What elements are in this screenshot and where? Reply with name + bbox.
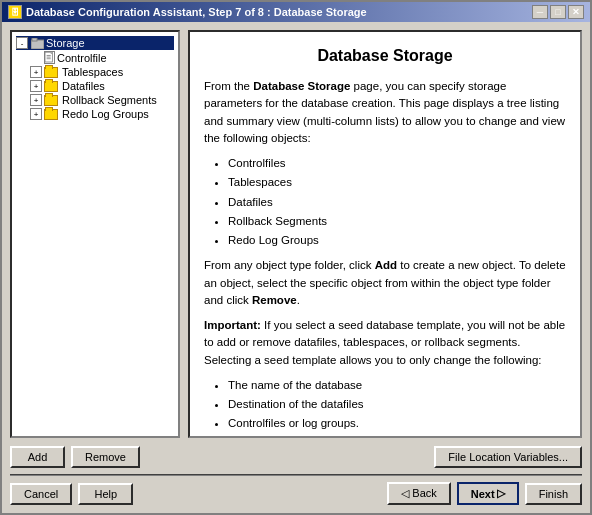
list-item: Tablespaces (228, 174, 566, 191)
tree-item-storage[interactable]: - Storage (16, 36, 174, 50)
cancel-help-buttons: Cancel Help (10, 483, 133, 505)
window-icon: 🗄 (8, 5, 22, 19)
para1-intro: From the (204, 80, 253, 92)
intro-paragraph: From the Database Storage page, you can … (204, 78, 566, 147)
file-location-button[interactable]: File Location Variables... (434, 446, 582, 468)
finish-button[interactable]: Finish (525, 483, 582, 505)
maximize-button[interactable]: □ (550, 5, 566, 19)
page-title: Database Storage (204, 44, 566, 68)
expander-rollback[interactable]: + (30, 94, 42, 106)
expander-storage[interactable]: - (16, 37, 28, 49)
redo-label: Redo Log Groups (62, 108, 149, 120)
close-button[interactable]: ✕ (568, 5, 584, 19)
file-location-area: File Location Variables... (434, 446, 582, 468)
datafiles-icon (44, 81, 58, 92)
minimize-button[interactable]: ─ (532, 5, 548, 19)
tree-item-rollback[interactable]: + Rollback Segments (16, 93, 174, 107)
help-button[interactable]: Help (78, 483, 133, 505)
content-panel: Database Storage From the Database Stora… (188, 30, 582, 438)
add-remove-buttons: Add Remove (10, 446, 140, 468)
objects-list: Controlfiles Tablespaces Datafiles Rollb… (228, 155, 566, 249)
storage-label: Storage (46, 37, 85, 49)
bottom-area: Add Remove File Location Variables... Ca… (2, 446, 590, 513)
expander-tablespaces[interactable]: + (30, 66, 42, 78)
titlebar-left: 🗄 Database Configuration Assistant, Step… (8, 5, 367, 19)
expander-redo[interactable]: + (30, 108, 42, 120)
list-item: Controlfiles (228, 155, 566, 172)
titlebar-controls[interactable]: ─ □ ✕ (532, 5, 584, 19)
para2-end: . (297, 294, 300, 306)
rollback-icon (44, 95, 58, 106)
tree-item-redo[interactable]: + Redo Log Groups (16, 107, 174, 121)
cancel-button[interactable]: Cancel (10, 483, 72, 505)
next-button[interactable]: Next ▷ (457, 482, 519, 505)
tablespaces-icon (44, 67, 58, 78)
datafiles-label: Datafiles (62, 80, 105, 92)
svg-rect-1 (32, 38, 37, 41)
important-paragraph: Important: If you select a seed database… (204, 317, 566, 369)
list-item: The name of the database (228, 377, 566, 394)
tree-item-datafiles[interactable]: + Datafiles (16, 79, 174, 93)
list-item: Redo Log Groups (228, 232, 566, 249)
para3-important: Important: (204, 319, 261, 331)
content-area: - Storage (2, 22, 590, 446)
tree-item-controlfile[interactable]: Controlfile (16, 50, 174, 65)
tablespaces-label: Tablespaces (62, 66, 123, 78)
redo-icon (44, 109, 58, 120)
divider (10, 474, 582, 476)
next-arrow-icon: ▷ (497, 487, 505, 500)
list-item: Datafiles (228, 194, 566, 211)
tree-item-tablespaces[interactable]: + Tablespaces (16, 65, 174, 79)
para2-intro: From any object type folder, click (204, 259, 375, 271)
add-button[interactable]: Add (10, 446, 65, 468)
remove-button[interactable]: Remove (71, 446, 140, 468)
list-item: Controlfiles or log groups. (228, 415, 566, 432)
storage-icon (30, 37, 44, 49)
rollback-label: Rollback Segments (62, 94, 157, 106)
controlfile-label: Controlfile (57, 52, 107, 64)
window-title: Database Configuration Assistant, Step 7… (26, 6, 367, 18)
titlebar: 🗄 Database Configuration Assistant, Step… (2, 2, 590, 22)
main-window: 🗄 Database Configuration Assistant, Step… (0, 0, 592, 515)
para2-remove: Remove (252, 294, 297, 306)
back-button[interactable]: ◁ Back (387, 482, 451, 505)
expander-datafiles[interactable]: + (30, 80, 42, 92)
list-item: Rollback Segments (228, 213, 566, 230)
list-item: Destination of the datafiles (228, 396, 566, 413)
add-remove-paragraph: From any object type folder, click Add t… (204, 257, 566, 309)
controlfile-icon (44, 51, 55, 64)
back-arrow-icon: ◁ (401, 487, 412, 499)
tree-panel: - Storage (10, 30, 180, 438)
seed-list: The name of the database Destination of … (228, 377, 566, 433)
para1-bold: Database Storage (253, 80, 350, 92)
button-row2: Cancel Help ◁ Back Next ▷ Finish (10, 482, 582, 505)
nav-buttons: ◁ Back Next ▷ Finish (387, 482, 582, 505)
button-row1: Add Remove File Location Variables... (10, 446, 582, 468)
para2-add: Add (375, 259, 397, 271)
